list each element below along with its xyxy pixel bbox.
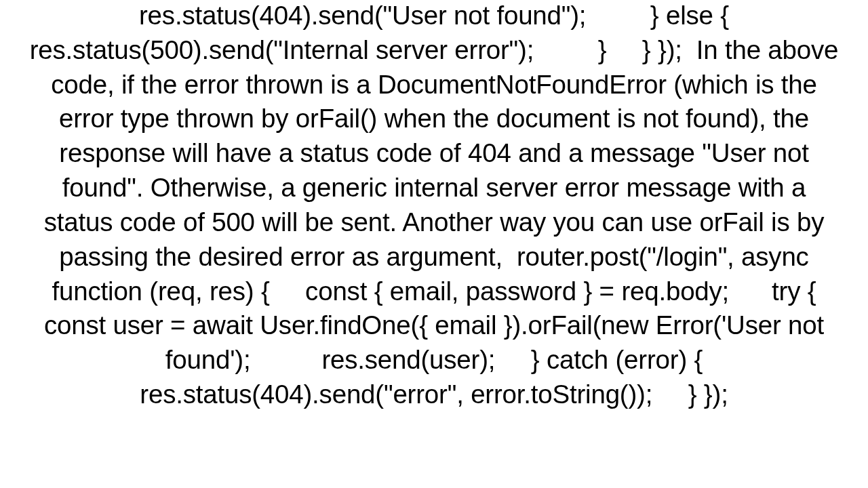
body-text: res.status(404).send("User not found"); …: [27, 0, 841, 412]
document-content: res.status(404).send("User not found"); …: [0, 0, 868, 488]
